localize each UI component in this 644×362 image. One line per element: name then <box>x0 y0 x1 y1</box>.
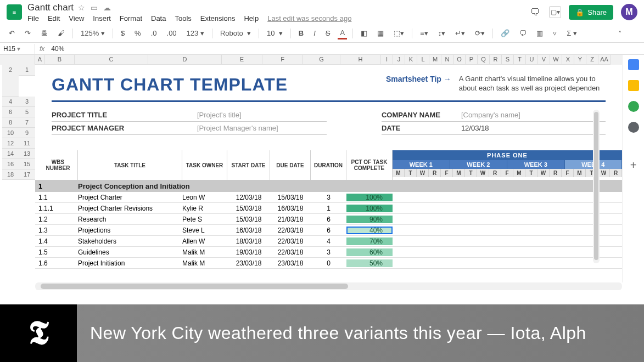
menu-extensions[interactable]: Extensions <box>200 14 236 22</box>
task-row[interactable]: 1.6Project InitiationMalik M23/03/1823/0… <box>35 258 622 269</box>
menu-file[interactable]: File <box>27 14 39 22</box>
col-header[interactable]: E <box>222 55 262 65</box>
move-icon[interactable]: ▭ <box>91 3 98 12</box>
row-header[interactable]: 2 <box>2 65 19 97</box>
col-header[interactable]: R <box>490 55 502 65</box>
col-header[interactable]: H <box>340 55 381 65</box>
menu-help[interactable]: Help <box>244 14 259 22</box>
menu-view[interactable]: View <box>69 14 84 22</box>
print-icon[interactable]: 🖶 <box>38 28 50 38</box>
col-header[interactable]: A <box>35 55 45 65</box>
smartsheet-tip-link[interactable]: Smartsheet Tip → <box>386 75 451 83</box>
font-size-select[interactable]: 10 ▾ <box>265 28 285 38</box>
rotate-icon[interactable]: ⟳▾ <box>473 28 487 38</box>
col-header[interactable]: X <box>562 55 574 65</box>
project-title-value[interactable]: [Project's title] <box>197 111 242 119</box>
col-header[interactable]: K <box>405 55 417 65</box>
col-header[interactable]: O <box>453 55 466 65</box>
tasks-icon[interactable] <box>628 101 639 112</box>
row-header[interactable]: 15 <box>19 159 35 169</box>
menu-edit[interactable]: Edit <box>48 14 60 22</box>
font-select[interactable]: Roboto ▾ <box>218 28 253 38</box>
row-header[interactable]: 14 <box>2 149 19 159</box>
task-row[interactable]: 1.1.1Project Charter RevisionsKylie R15/… <box>35 203 622 214</box>
name-box[interactable]: H15 ▾ <box>0 44 35 54</box>
avatar[interactable]: M <box>621 4 637 20</box>
col-header[interactable]: W <box>550 55 562 65</box>
col-header[interactable]: V <box>538 55 550 65</box>
column-headers[interactable]: ABCDEFGHIJKLMNOPQRSTUVWXYZAA <box>0 55 622 65</box>
doc-title[interactable]: Gantt chart <box>27 2 74 13</box>
link-icon[interactable]: 🔗 <box>499 28 512 38</box>
company-name-value[interactable]: [Company's name] <box>461 111 520 119</box>
col-header[interactable]: S <box>502 55 514 65</box>
number-format-button[interactable]: 123 ▾ <box>184 28 206 38</box>
share-button[interactable]: 🔒 Share <box>569 5 613 20</box>
merge-icon[interactable]: ⬚▾ <box>391 28 406 38</box>
menu-insert[interactable]: Insert <box>93 14 111 22</box>
strike-button[interactable]: S <box>323 28 333 38</box>
row-header[interactable]: 18 <box>2 169 19 180</box>
comments-icon[interactable]: 🗨 <box>529 6 541 18</box>
project-manager-value[interactable]: [Project Manager's name] <box>197 124 278 132</box>
col-header[interactable]: G <box>303 55 340 65</box>
horizontal-scrollbar[interactable] <box>35 282 622 290</box>
col-header[interactable]: C <box>75 55 148 65</box>
row-header[interactable]: 13 <box>19 149 35 159</box>
row-header[interactable]: 5 <box>19 107 35 117</box>
task-row[interactable]: 1.1Project CharterLeon W12/03/1815/03/18… <box>35 192 622 203</box>
zoom-select[interactable]: 125% ▾ <box>79 28 107 38</box>
valign-icon[interactable]: ↕▾ <box>436 28 448 38</box>
menu-data[interactable]: Data <box>151 14 166 22</box>
col-header[interactable]: I <box>381 55 393 65</box>
italic-button[interactable]: I <box>311 28 318 38</box>
percent-button[interactable]: % <box>132 28 143 38</box>
row-header[interactable]: 8 <box>2 117 19 128</box>
col-header[interactable]: N <box>441 55 453 65</box>
task-row[interactable]: 1.3ProjectionsSteve L16/03/1822/03/18640… <box>35 225 622 236</box>
row-header[interactable]: 9 <box>19 128 35 138</box>
task-row[interactable]: 1.5GuidelinesMalik M19/03/1822/03/18360% <box>35 247 622 258</box>
decrease-decimal-button[interactable]: .0 <box>149 28 159 38</box>
increase-decimal-button[interactable]: .00 <box>165 28 179 38</box>
row-headers[interactable]: 123456789101112131415161718 <box>0 65 35 180</box>
row-header[interactable]: 17 <box>19 169 35 180</box>
keep-icon[interactable] <box>628 80 639 91</box>
task-row[interactable]: 1.2ResearchPete S15/03/1821/03/18690% <box>35 214 622 225</box>
col-header[interactable]: L <box>417 55 429 65</box>
col-header[interactable]: F <box>262 55 303 65</box>
wrap-icon[interactable]: ↵▾ <box>453 28 467 38</box>
redo-icon[interactable]: ↷ <box>23 28 33 38</box>
chart-icon[interactable]: ▥ <box>534 28 545 38</box>
row-header[interactable]: 12 <box>2 138 19 149</box>
col-header[interactable]: J <box>393 55 405 65</box>
row-header[interactable]: 11 <box>19 138 35 149</box>
vertical-scrollbar[interactable] <box>593 110 600 263</box>
collapse-toolbar-icon[interactable]: ˄ <box>618 30 622 38</box>
task-row[interactable]: 1.4StakeholdersAllen W18/03/1822/03/1847… <box>35 236 622 247</box>
col-header[interactable]: Z <box>586 55 598 65</box>
date-value[interactable]: 12/03/18 <box>461 124 489 132</box>
row-header[interactable]: 7 <box>19 117 35 128</box>
col-header[interactable]: B <box>45 55 75 65</box>
col-header[interactable]: D <box>148 55 222 65</box>
present-icon[interactable]: ▢▾ <box>549 6 561 18</box>
col-header[interactable]: M <box>429 55 441 65</box>
borders-icon[interactable]: ▦ <box>375 28 386 38</box>
comment-icon[interactable]: 🗩 <box>517 28 529 38</box>
row-header[interactable]: 6 <box>2 107 19 117</box>
col-header[interactable]: P <box>466 55 478 65</box>
text-color-button[interactable]: A <box>338 27 347 39</box>
fill-color-icon[interactable]: ◧ <box>359 28 369 38</box>
currency-button[interactable]: $ <box>119 28 127 38</box>
filter-icon[interactable]: ▿ <box>551 28 559 38</box>
col-header[interactable]: T <box>514 55 526 65</box>
col-header[interactable]: Q <box>478 55 490 65</box>
col-header[interactable]: Y <box>574 55 586 65</box>
bold-button[interactable]: B <box>296 28 306 38</box>
spreadsheet-grid[interactable]: ABCDEFGHIJKLMNOPQRSTUVWXYZAA 12345678910… <box>0 55 622 282</box>
menu-tools[interactable]: Tools <box>175 14 191 22</box>
undo-icon[interactable]: ↶ <box>7 28 17 38</box>
row-header[interactable]: 4 <box>2 97 19 107</box>
menu-format[interactable]: Format <box>120 14 142 22</box>
